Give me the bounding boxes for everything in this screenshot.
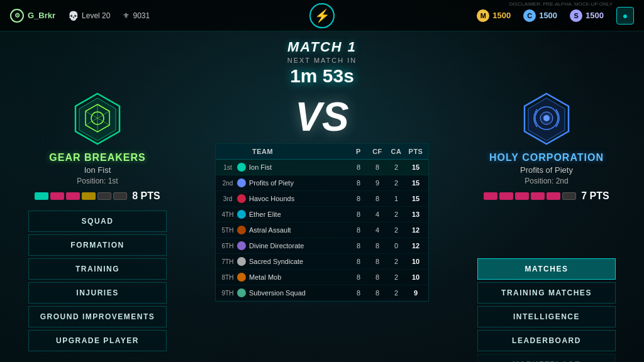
lb-p-6: 8 bbox=[349, 258, 368, 265]
lb-row: 6TH Divine Directorate 8 8 0 12 bbox=[216, 238, 428, 254]
bar-seg-3 bbox=[66, 192, 80, 200]
team-dot-3 bbox=[237, 210, 246, 219]
lb-team-1: Profits of Piety bbox=[237, 178, 349, 187]
m-value: 1500 bbox=[492, 11, 511, 20]
logo: ⚡ bbox=[309, 3, 335, 28]
lb-team-5: Divine Directorate bbox=[237, 241, 349, 250]
lb-p-3: 8 bbox=[349, 211, 368, 218]
team-right-badge bbox=[518, 90, 575, 147]
currency-c: C 1500 bbox=[523, 9, 557, 22]
lb-row: 3rd Havoc Hounds 8 8 1 15 bbox=[216, 191, 428, 207]
lb-row: 9TH Subversion Squad 8 8 2 9 bbox=[216, 285, 428, 301]
lb-rank-2: 3rd bbox=[218, 195, 237, 202]
disclaimer: DISCLAIMER: PRE-ALPHA. MOCK-UP ONLY bbox=[509, 1, 613, 7]
player-info: ⚙ G_Brkr bbox=[10, 9, 55, 23]
team-left-name: GEAR BREAKERS bbox=[49, 152, 145, 163]
lb-rank-3: 4TH bbox=[218, 211, 237, 218]
lb-rank-1: 2nd bbox=[218, 180, 237, 187]
lb-ca-4: 2 bbox=[387, 226, 406, 234]
vs-text: VS bbox=[295, 97, 348, 137]
lb-rank-4: 5TH bbox=[218, 227, 237, 234]
lb-row: 4TH Ether Elite 8 4 2 13 bbox=[216, 207, 428, 222]
left-nav-buttons: SQUAD FORMATION TRAINING INJURIES GROUND… bbox=[28, 211, 167, 351]
ground-improvements-button[interactable]: GROUND IMPROVEMENTS bbox=[28, 306, 167, 327]
training-button[interactable]: TRAINING bbox=[28, 258, 167, 280]
lb-ca-1: 2 bbox=[387, 179, 406, 187]
lb-row: 8TH Metal Mob 8 8 2 10 bbox=[216, 270, 428, 285]
leaderboard-button[interactable]: LEADERBOARD bbox=[477, 330, 616, 351]
team-right-pts: 7 PTS bbox=[581, 190, 609, 202]
lb-col-ca: CA bbox=[387, 148, 406, 155]
lb-ca-8: 2 bbox=[387, 289, 406, 297]
team-right-position: Position: 2nd bbox=[525, 177, 568, 185]
rep-icon: ⚜ bbox=[123, 11, 130, 20]
bar-right-seg-2 bbox=[499, 192, 513, 200]
lb-ca-3: 2 bbox=[387, 211, 406, 218]
lb-cf-2: 8 bbox=[368, 195, 387, 202]
lb-cf-5: 8 bbox=[368, 242, 387, 250]
lb-team-8: Subversion Squad bbox=[237, 288, 349, 297]
lb-team-name-6: Sacred Syndicate bbox=[249, 258, 303, 265]
lb-cf-8: 8 bbox=[368, 289, 387, 297]
bar-right-seg-3 bbox=[515, 192, 529, 200]
team-right-points-bar bbox=[484, 192, 576, 200]
team-left-points-row: 8 PTS bbox=[35, 190, 160, 202]
settings-button[interactable]: ● bbox=[616, 7, 634, 25]
marketplace-button[interactable]: MARKETPLACE bbox=[477, 354, 616, 362]
main-content: MATCH 1 NEXT MATCH IN 1m 53s bbox=[0, 31, 644, 362]
lb-rows: 1st Ion Fist 8 8 2 15 2nd Profits of Pie… bbox=[216, 160, 428, 301]
lb-pts-7: 10 bbox=[406, 273, 426, 281]
team-left-points-bar bbox=[35, 192, 127, 200]
lb-rank-5: 6TH bbox=[218, 243, 237, 250]
right-badge-svg bbox=[518, 90, 575, 147]
lb-rank-0: 1st bbox=[218, 164, 237, 171]
match-header: MATCH 1 NEXT MATCH IN 1m 53s bbox=[0, 31, 644, 90]
skull-icon: 💀 bbox=[68, 11, 79, 21]
header-bar: ⚙ G_Brkr 💀 Level 20 ⚜ 9031 ⚡ DISCLAIMER:… bbox=[0, 0, 644, 31]
team-dot-5 bbox=[237, 241, 246, 250]
lb-ca-7: 2 bbox=[387, 273, 406, 281]
lb-p-1: 8 bbox=[349, 179, 368, 187]
team-dot-2 bbox=[237, 194, 246, 203]
lb-pts-8: 9 bbox=[406, 289, 426, 297]
lb-row: 7TH Sacred Syndicate 8 8 2 10 bbox=[216, 254, 428, 270]
bar-right-seg-6 bbox=[562, 192, 576, 200]
right-nav-buttons: MATCHES TRAINING MATCHES INTELLIGENCE LE… bbox=[477, 258, 616, 362]
team-right-name: HOLY CORPORATION bbox=[489, 152, 604, 163]
logo-bolt-icon: ⚡ bbox=[314, 8, 330, 23]
m-currency-icon: M bbox=[477, 9, 489, 22]
squad-button[interactable]: SQUAD bbox=[28, 211, 167, 232]
lb-team-3: Ether Elite bbox=[237, 210, 349, 219]
lb-cf-1: 9 bbox=[368, 179, 387, 187]
intelligence-button[interactable]: INTELLIGENCE bbox=[477, 306, 616, 327]
lb-pts-6: 10 bbox=[406, 258, 426, 265]
team-left-subtitle: Ion Fist bbox=[84, 165, 111, 175]
team-dot-6 bbox=[237, 257, 246, 266]
upgrade-player-button[interactable]: UPGRADE PLAYER bbox=[28, 330, 167, 351]
lb-p-8: 8 bbox=[349, 289, 368, 297]
svg-point-12 bbox=[543, 115, 550, 121]
lb-col-pts: PTS bbox=[406, 148, 426, 155]
lb-team-0: Ion Fist bbox=[237, 163, 349, 172]
lb-cf-7: 8 bbox=[368, 273, 387, 281]
s-currency-icon: S bbox=[570, 9, 582, 22]
team-right-points-row: 7 PTS bbox=[484, 190, 609, 202]
lb-col-p: P bbox=[349, 148, 368, 155]
lb-rank-6: 7TH bbox=[218, 258, 237, 265]
team-left: GEAR BREAKERS Ion Fist Position: 1st 8 P… bbox=[13, 90, 182, 351]
match-title: MATCH 1 bbox=[0, 39, 644, 55]
lb-rank-8: 9TH bbox=[218, 290, 237, 297]
bar-seg-2 bbox=[50, 192, 64, 200]
injuries-button[interactable]: INJURIES bbox=[28, 282, 167, 304]
formation-button[interactable]: FORMATION bbox=[28, 234, 167, 256]
team-dot-0 bbox=[237, 163, 246, 172]
team-dot-8 bbox=[237, 288, 246, 297]
matches-button[interactable]: MATCHES bbox=[477, 258, 616, 280]
lb-team-name-8: Subversion Squad bbox=[249, 289, 306, 297]
bar-seg-5 bbox=[97, 192, 111, 200]
training-matches-button[interactable]: TRAINING MATCHES bbox=[477, 282, 616, 304]
player-level: Level 20 bbox=[82, 11, 110, 20]
lb-pts-4: 12 bbox=[406, 226, 426, 234]
c-currency-icon: C bbox=[523, 9, 536, 22]
lb-header-row: TEAM P CF CA PTS bbox=[216, 144, 428, 160]
